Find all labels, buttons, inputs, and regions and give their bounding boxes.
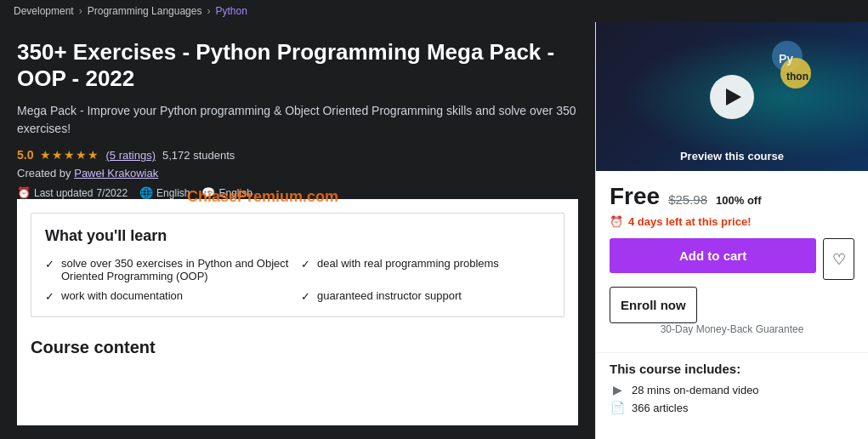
language-captions: 💬 English <box>201 186 252 199</box>
include-item-video: ▶ 28 mins on-demand video <box>610 383 854 396</box>
play-button[interactable] <box>710 75 754 119</box>
course-content-title: Course content <box>17 331 578 361</box>
learn-item-3: ✓ deal with real programming problems <box>301 257 550 282</box>
video-icon: ▶ <box>610 383 625 396</box>
urgency-row: ⏰ 4 days left at this price! <box>610 215 854 228</box>
cart-row: Add to cart ♡ <box>610 238 854 280</box>
check-icon-4: ✓ <box>301 290 310 303</box>
include-item-articles: 📄 366 articles <box>610 401 854 414</box>
meta-row: ⏰ Last updated 7/2022 🌐 English 💬 Englis… <box>17 186 578 199</box>
breadcrumb-bar: Development › Programming Languages › Py… <box>0 0 868 22</box>
learn-grid: ✓ solve over 350 exercises in Python and… <box>45 257 550 303</box>
breadcrumb-development[interactable]: Development <box>14 5 74 17</box>
course-title: 350+ Exercises - Python Programming Mega… <box>17 39 578 92</box>
learn-item-4: ✓ guaranteed instructor support <box>301 289 550 303</box>
play-triangle-icon <box>726 88 741 105</box>
check-icon-2: ✓ <box>45 290 54 303</box>
wishlist-button[interactable]: ♡ <box>823 238 854 280</box>
clock-urgency-icon: ⏰ <box>610 215 623 228</box>
price-free: Free <box>610 183 660 210</box>
learn-item-1: ✓ solve over 350 exercises in Python and… <box>45 257 294 282</box>
globe-icon: 🌐 <box>139 186 153 199</box>
main-layout: 350+ Exercises - Python Programming Mega… <box>0 22 868 439</box>
check-icon-3: ✓ <box>301 258 310 271</box>
rating-score: 5.0 <box>17 148 33 162</box>
guarantee-text: 30-Day Money-Back Guarantee <box>610 323 854 335</box>
learn-item-2: ✓ work with documentation <box>45 289 294 303</box>
python-logo-icon: Py thon <box>766 39 817 90</box>
left-white-section: What you'll learn ✓ solve over 350 exerc… <box>17 199 578 425</box>
left-panel: 350+ Exercises - Python Programming Mega… <box>0 22 595 439</box>
price-row: Free $25.98 100% off <box>610 183 854 210</box>
enroll-now-button[interactable]: Enroll now <box>610 287 697 323</box>
language-globe: 🌐 English <box>139 186 190 199</box>
add-to-cart-button[interactable]: Add to cart <box>610 238 816 273</box>
star-rating: ★ ★ ★ ★ ★ <box>40 148 99 162</box>
learn-box: What you'll learn ✓ solve over 350 exerc… <box>31 213 564 317</box>
rating-row: 5.0 ★ ★ ★ ★ ★ (5 ratings) 5,172 students <box>17 148 578 162</box>
article-icon: 📄 <box>610 401 625 414</box>
includes-section: This course includes: ▶ 28 mins on-deman… <box>596 353 868 427</box>
course-preview[interactable]: Py thon Preview this course <box>596 22 868 171</box>
course-subtitle: Mega Pack - Improve your Python programm… <box>17 102 578 138</box>
urgency-text: 4 days left at this price! <box>628 215 752 228</box>
creator-link[interactable]: Paweł Krakowiak <box>74 167 158 180</box>
course-header: 350+ Exercises - Python Programming Mega… <box>17 39 578 199</box>
discount-badge: 100% off <box>716 194 761 207</box>
svg-text:Py: Py <box>779 52 793 66</box>
creator-row: Created by Paweł Krakowiak <box>17 167 578 180</box>
last-updated: ⏰ Last updated 7/2022 <box>17 186 128 199</box>
svg-text:thon: thon <box>786 71 808 83</box>
learn-title: What you'll learn <box>45 227 550 245</box>
students-count: 5,172 students <box>162 149 235 162</box>
breadcrumb-programming-languages[interactable]: Programming Languages <box>88 5 202 17</box>
price-original: $25.98 <box>668 192 707 207</box>
check-icon-1: ✓ <box>45 258 54 271</box>
breadcrumb-python[interactable]: Python <box>215 5 247 17</box>
includes-title: This course includes: <box>610 362 854 376</box>
right-panel: Py thon Preview this course Free $25.98 … <box>595 22 868 439</box>
clock-icon: ⏰ <box>17 186 31 199</box>
left-scroll: 350+ Exercises - Python Programming Mega… <box>17 39 578 425</box>
rating-count[interactable]: (5 ratings) <box>105 149 156 162</box>
preview-label: Preview this course <box>596 150 868 162</box>
pricing-section: Free $25.98 100% off ⏰ 4 days left at th… <box>596 171 868 353</box>
captions-icon: 💬 <box>201 186 215 199</box>
